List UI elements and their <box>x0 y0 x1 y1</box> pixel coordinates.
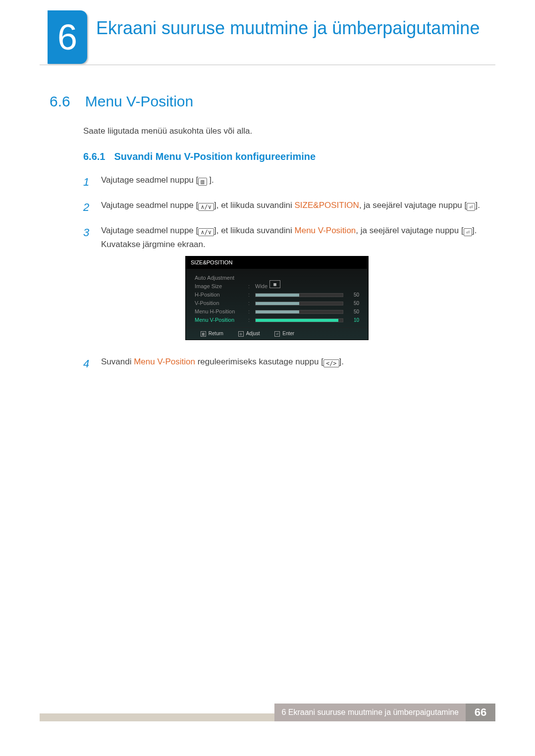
section-title: Menu V-Position <box>85 93 193 110</box>
keyword-size-position: SIZE&POSITION <box>295 201 359 210</box>
osd-label: V-Position <box>195 299 244 308</box>
step-text: Vajutage seadmel nuppe [∧/∨], et liikuda… <box>101 199 485 216</box>
menu-icon: ▥ <box>198 178 207 186</box>
osd-value: 50 <box>347 291 359 299</box>
osd-category-icon: ▦ <box>269 280 280 288</box>
osd-footer-enter: ⏎ Enter <box>274 330 294 338</box>
osd-label: Menu H-Position <box>195 307 244 316</box>
osd-label-active: Menu V-Position <box>195 316 244 325</box>
osd-value: 50 <box>347 308 359 316</box>
leftright-icon: ◇ <box>238 331 244 337</box>
osd-label: Auto Adjustment <box>195 274 244 283</box>
enter-icon: ⏎ <box>464 228 472 236</box>
osd-value-active: 10 <box>347 316 359 324</box>
osd-label: Image Size <box>195 282 244 291</box>
osd-row-v-position: V-Position : 50 <box>195 299 359 307</box>
keyword-menu-v-position: Menu V-Position <box>134 357 195 366</box>
step-text: Suvandi Menu V-Position reguleerimiseks … <box>101 355 485 372</box>
step-text: Vajutage seadmel nuppe [∧/∨], et liikuda… <box>101 224 485 347</box>
section-heading: 6.6 Menu V-Position <box>50 93 495 110</box>
osd-title: SIZE&POSITION <box>186 256 368 269</box>
step-text: Vajutage seadmel nuppu [▥ ]. <box>101 173 485 191</box>
osd-label: H-Position <box>195 291 244 300</box>
step-4: 4 Suvandi Menu V-Position reguleerimisek… <box>83 355 485 372</box>
step-number: 2 <box>83 199 93 216</box>
subsection-title: Suvandi Menu V-Position konfigureerimine <box>114 151 316 162</box>
enter-icon: ⏎ <box>274 331 280 337</box>
osd-body: Auto Adjustment Image Size : Wide H-Posi… <box>186 269 368 327</box>
osd-slider-active <box>255 318 343 322</box>
osd-slider <box>255 310 343 314</box>
step-2: 2 Vajutage seadmel nuppe [∧/∨], et liiku… <box>83 199 485 216</box>
osd-row-menu-v-position: Menu V-Position : 10 <box>195 316 359 324</box>
subsection-number: 6.6.1 <box>83 151 105 162</box>
step-number: 4 <box>83 355 93 372</box>
step-3: 3 Vajutage seadmel nuppe [∧/∨], et liiku… <box>83 224 485 347</box>
section-description: Saate liigutada menüü asukohta üles või … <box>83 126 485 136</box>
osd-footer: ▥ Return ◇ Adjust ⏎ Enter <box>186 327 368 340</box>
step-1: 1 Vajutage seadmel nuppu [▥ ]. <box>83 173 485 191</box>
osd-slider <box>255 293 343 297</box>
osd-row-h-position: H-Position : 50 <box>195 291 359 299</box>
enter-icon: ⏎ <box>467 203 475 211</box>
updown-icon: ∧/∨ <box>198 203 214 211</box>
chapter-title: Ekraani suuruse muutmine ja ümberpaiguta… <box>96 18 495 38</box>
step-list: 1 Vajutage seadmel nuppu [▥ ]. 2 Vajutag… <box>83 173 485 381</box>
leftright-icon: </> <box>323 359 339 367</box>
osd-slider <box>255 302 343 305</box>
chapter-number-badge: 6 <box>48 10 87 64</box>
updown-icon: ∧/∨ <box>198 228 214 236</box>
osd-value: 50 <box>347 300 359 307</box>
chapter-underline <box>40 64 495 65</box>
keyword-menu-v-position: Menu V-Position <box>295 226 356 235</box>
subsection-heading: 6.6.1 Suvandi Menu V-Position konfiguree… <box>83 151 485 162</box>
footer-chapter-label: 6 Ekraani suuruse muutmine ja ümberpaigu… <box>274 704 466 721</box>
osd-value: Wide <box>255 282 268 291</box>
step-number: 1 <box>83 173 93 191</box>
osd-screenshot: SIZE&POSITION Auto Adjustment Image Size… <box>185 256 369 341</box>
step-number: 3 <box>83 224 93 347</box>
osd-footer-adjust: ◇ Adjust <box>238 330 260 338</box>
osd-footer-return: ▥ Return <box>201 330 223 338</box>
page-number: 66 <box>466 704 495 721</box>
section-number: 6.6 <box>50 93 70 110</box>
menu-icon: ▥ <box>201 331 206 337</box>
osd-row-menu-h-position: Menu H-Position : 50 <box>195 307 359 316</box>
